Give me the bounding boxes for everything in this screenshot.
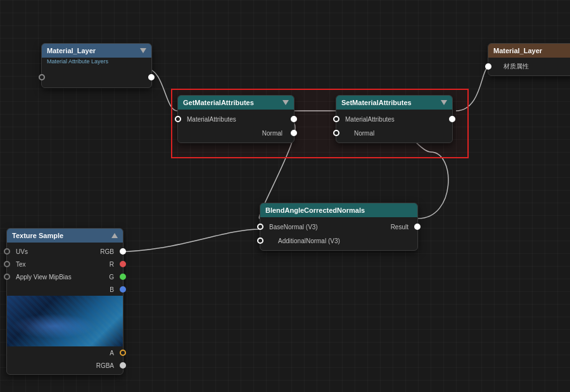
label-g: G	[109, 274, 114, 281]
label-material-attrs-set: MaterialAttributes	[345, 116, 395, 123]
node-texture-sample: Texture Sample UVs RGB Tex R Apply View …	[6, 228, 124, 375]
node-body-texture-sample: UVs RGB Tex R Apply View MipBias G B A	[7, 243, 123, 374]
node-title-texture-sample: Texture Sample	[12, 232, 63, 239]
label-result: Result	[391, 224, 408, 231]
node-material-layer-right: Material_Layer 材质属性	[488, 43, 570, 76]
node-blend-normals: BlendAngleCorrectedNormals BaseNormal (V…	[260, 203, 418, 251]
label-base-normal: BaseNormal (V3)	[269, 224, 318, 231]
pin-right-material-layer-top[interactable]	[148, 74, 155, 80]
pin-right-g[interactable]	[120, 274, 126, 280]
node-title-set-material-attributes: SetMaterialAttributes	[341, 99, 412, 106]
node-subtitle-material-layer-top: Material Attribute Layers	[42, 58, 151, 67]
texture-preview	[7, 296, 123, 346]
pin-left-tex[interactable]	[4, 261, 10, 267]
node-header-blend-normals: BlendAngleCorrectedNormals	[260, 203, 417, 217]
label-normal-set: Normal	[354, 130, 374, 137]
pin-right-material-attrs-set[interactable]	[449, 116, 455, 122]
node-row-normal-get: Normal	[178, 126, 294, 140]
node-row-material-layer-right-pin: 材质属性	[488, 60, 570, 73]
node-title-material-layer-right: Material_Layer	[493, 47, 542, 54]
label-material-layer-right: 材质属性	[504, 62, 529, 71]
node-row-a: A	[7, 346, 123, 359]
node-title-get-material-attributes: GetMaterialAttributes	[183, 99, 254, 106]
node-row-mipbias: Apply View MipBias G	[7, 270, 123, 283]
pin-left-material-attrs-set[interactable]	[333, 116, 339, 122]
node-set-material-attributes: SetMaterialAttributes MaterialAttributes…	[336, 95, 453, 143]
label-b: B	[110, 286, 114, 293]
node-body-material-layer-right: 材质属性	[488, 58, 570, 75]
node-header-material-layer-right: Material_Layer	[488, 44, 570, 58]
label-a: A	[110, 350, 114, 357]
label-rgb: RGB	[100, 248, 114, 255]
node-row-material-attrs-get: MaterialAttributes	[178, 112, 294, 126]
chevron-icon[interactable]	[140, 48, 146, 53]
label-material-attrs-get: MaterialAttributes	[187, 116, 236, 123]
node-row-additional-normal: AdditionalNormal (V3)	[260, 234, 417, 248]
pin-right-normal-get[interactable]	[291, 130, 297, 136]
node-row-tex: Tex R	[7, 258, 123, 270]
node-get-material-attributes: GetMaterialAttributes MaterialAttributes…	[177, 95, 294, 143]
pin-left-base-normal[interactable]	[257, 224, 263, 230]
node-title-blend-normals: BlendAngleCorrectedNormals	[265, 206, 365, 214]
label-r: R	[110, 261, 114, 268]
pin-left-material-layer-right[interactable]	[485, 63, 491, 70]
node-row-uvs: UVs RGB	[7, 245, 123, 258]
label-additional-normal: AdditionalNormal (V3)	[278, 237, 340, 244]
label-mipbias: Apply View MipBias	[16, 274, 72, 281]
node-row-material-layer-output	[42, 70, 151, 85]
pin-left-uvs[interactable]	[4, 248, 10, 255]
label-rgba: RGBA	[96, 362, 114, 369]
pin-left-additional-normal[interactable]	[257, 237, 263, 244]
node-header-set-material-attributes: SetMaterialAttributes	[336, 96, 452, 110]
triangle-up-icon[interactable]	[111, 233, 118, 238]
node-row-normal-set: Normal	[336, 126, 452, 140]
pin-right-rgb[interactable]	[120, 248, 126, 255]
pin-left-normal-set[interactable]	[333, 130, 339, 136]
node-header-get-material-attributes: GetMaterialAttributes	[178, 96, 294, 110]
node-body-set-material-attributes: MaterialAttributes Normal	[336, 110, 452, 142]
pin-left-mipbias[interactable]	[4, 274, 10, 280]
node-body-material-layer-top	[42, 67, 151, 87]
chevron-icon-set[interactable]	[441, 100, 447, 105]
label-tex: Tex	[16, 261, 26, 268]
node-header-texture-sample: Texture Sample	[7, 229, 123, 243]
label-normal-get: Normal	[262, 130, 282, 137]
node-body-get-material-attributes: MaterialAttributes Normal	[178, 110, 294, 142]
pin-right-a[interactable]	[120, 350, 126, 356]
node-row-material-attrs-set: MaterialAttributes	[336, 112, 452, 126]
node-body-blend-normals: BaseNormal (V3) Result AdditionalNormal …	[260, 217, 417, 250]
node-row-b: B	[7, 283, 123, 296]
pin-right-material-attrs-get[interactable]	[291, 116, 297, 122]
pin-right-r[interactable]	[120, 261, 126, 267]
node-material-layer-top: Material_Layer Material Attribute Layers	[41, 43, 152, 88]
pin-left-material-layer-top[interactable]	[39, 74, 45, 80]
pin-right-result[interactable]	[414, 224, 421, 230]
node-header-material-layer-top: Material_Layer	[42, 44, 151, 58]
label-uvs: UVs	[16, 248, 28, 255]
node-row-rgba: RGBA	[7, 359, 123, 372]
pin-left-material-attrs-get[interactable]	[175, 116, 181, 122]
chevron-icon-get[interactable]	[282, 100, 289, 105]
pin-right-b[interactable]	[120, 286, 126, 293]
node-row-base-normal: BaseNormal (V3) Result	[260, 220, 417, 234]
node-title-material-layer-top: Material_Layer	[47, 47, 96, 54]
pin-right-rgba[interactable]	[120, 362, 126, 369]
